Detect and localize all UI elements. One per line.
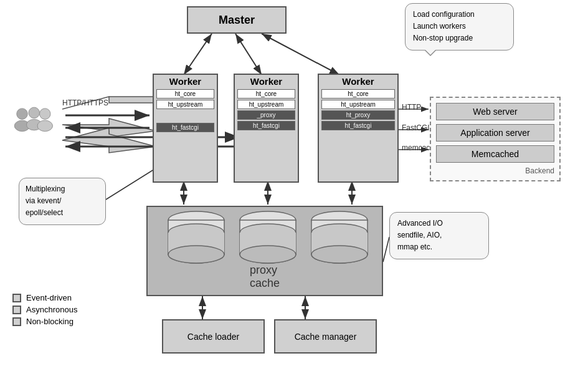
svg-point-39 — [240, 246, 296, 263]
module-ht-core-2: ht_core — [237, 89, 295, 99]
fastcgi-label: FastCGI — [402, 123, 430, 132]
legend-label-async: Asynchronous — [26, 305, 77, 314]
module-ht-fastcgi-3: ht_fastcgi — [321, 121, 395, 130]
callout-top: Load configuration Launch workers Non-st… — [405, 3, 514, 51]
module-ht-upstream-3: ht_upstream — [321, 100, 395, 109]
svg-point-27 — [37, 120, 53, 132]
svg-line-21 — [383, 237, 389, 262]
legend: Event-driven Asynchronous Non-blocking — [12, 293, 77, 329]
callout-br: Advanced I/O sendfile, AIO, mmap etc. — [389, 212, 489, 259]
module-ht-upstream-2: ht_upstream — [237, 100, 295, 109]
legend-item-nonblocking: Non-blocking — [12, 317, 77, 326]
legend-label-event: Event-driven — [26, 293, 72, 302]
svg-point-45 — [311, 246, 368, 263]
legend-box-async — [12, 306, 21, 314]
cache-loader-box: Cache loader — [162, 319, 265, 354]
master-box: Master — [187, 6, 287, 34]
cache-manager-box: Cache manager — [274, 319, 377, 354]
svg-line-20 — [106, 168, 156, 200]
architecture-diagram: Master Load configuration Launch workers… — [0, 0, 588, 366]
callout-br-line1: Advanced I/O — [397, 219, 443, 228]
callout-top-line3: Non-stop upgrade — [413, 34, 473, 42]
svg-line-3 — [235, 34, 262, 75]
cache-loader-label: Cache loader — [187, 332, 239, 342]
callout-top-line1: Load configuration — [413, 10, 475, 19]
backend-group: Web server Application server Memcached … — [430, 97, 561, 181]
callout-bl: Multiplexing via kevent/ epoll/select — [19, 178, 106, 225]
module-ht-core-3: ht_core — [321, 89, 395, 99]
module-ht-core-1: ht_core — [156, 89, 214, 99]
callout-bl-line3: epoll/select — [26, 208, 63, 217]
svg-point-24 — [29, 107, 40, 118]
callout-br-line3: mmap etc. — [397, 243, 432, 251]
svg-point-22 — [17, 108, 28, 120]
legend-box-nonblocking — [12, 317, 21, 326]
users-icon — [11, 103, 55, 143]
backend-appserver: Application server — [436, 124, 554, 142]
backend-label: Backend — [436, 166, 554, 175]
legend-item-async: Asynchronous — [12, 305, 77, 314]
worker-box-3: Worker ht_core ht_upstream ht_proxy ht_f… — [318, 74, 399, 183]
callout-bl-line2: via kevent/ — [26, 196, 61, 205]
module-proxy-2: _proxy — [237, 110, 295, 120]
backend-memcached: Memcached — [436, 145, 554, 163]
legend-box-event — [12, 294, 21, 302]
backend-webserver: Web server — [436, 103, 554, 120]
svg-marker-6 — [62, 118, 156, 137]
svg-point-33 — [168, 246, 224, 263]
worker-box-1: Worker ht_core ht_upstream ht_fastcgi — [153, 74, 218, 183]
module-ht-upstream-1: ht_upstream — [156, 100, 214, 109]
cylinders-svg — [159, 209, 371, 271]
module-ht-proxy-3: ht_proxy — [321, 110, 395, 120]
svg-line-4 — [262, 34, 339, 75]
svg-point-26 — [40, 108, 51, 120]
http-label: HTTP — [402, 103, 421, 112]
master-label: Master — [219, 14, 255, 27]
http-https-label: HTTP/HTTPS — [62, 99, 108, 107]
worker-box-2: Worker ht_core ht_upstream _proxy ht_fas… — [234, 74, 299, 183]
cache-manager-label: Cache manager — [295, 332, 357, 342]
svg-marker-7 — [62, 128, 156, 153]
worker1-label: Worker — [154, 75, 217, 88]
legend-label-nonblocking: Non-blocking — [26, 317, 74, 326]
worker3-label: Worker — [319, 75, 397, 88]
module-ht-fastcgi-1: ht_fastcgi — [156, 123, 214, 132]
svg-line-2 — [184, 34, 212, 75]
worker2-label: Worker — [235, 75, 298, 88]
callout-top-line2: Launch workers — [413, 22, 466, 31]
module-ht-fastcgi-2: ht_fastcgi — [237, 121, 295, 130]
callout-br-line2: sendfile, AIO, — [397, 231, 442, 239]
legend-item-event: Event-driven — [12, 293, 77, 302]
callout-bl-line1: Multiplexing — [26, 185, 65, 193]
